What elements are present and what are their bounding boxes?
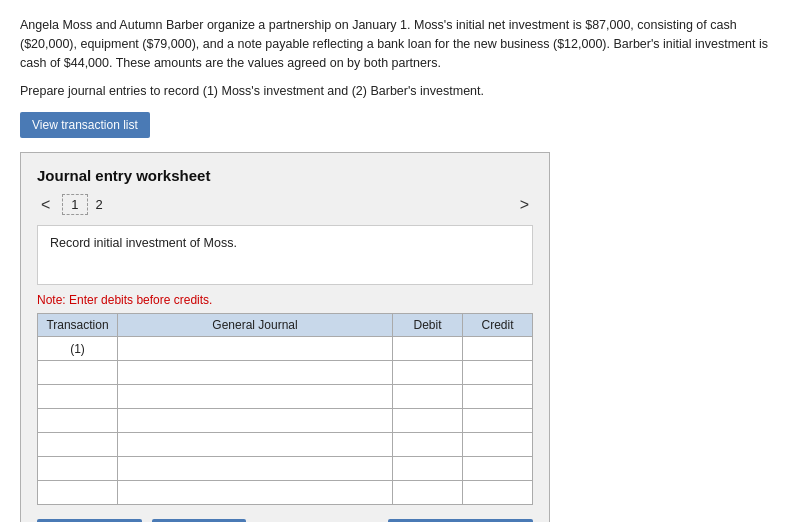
general-journal-input[interactable]	[124, 390, 386, 404]
header-credit: Credit	[463, 314, 533, 337]
note-text: Note: Enter debits before credits.	[37, 293, 533, 307]
table-row	[38, 433, 533, 457]
intro-text: Angela Moss and Autumn Barber organize a…	[20, 16, 777, 72]
prepare-text: Prepare journal entries to record (1) Mo…	[20, 84, 777, 98]
transaction-cell	[38, 457, 118, 481]
transaction-cell: (1)	[38, 337, 118, 361]
general-journal-input[interactable]	[124, 342, 386, 356]
debit-input[interactable]	[399, 486, 456, 500]
credit-cell[interactable]	[463, 457, 533, 481]
credit-cell[interactable]	[463, 409, 533, 433]
credit-input[interactable]	[469, 366, 526, 380]
general-journal-cell[interactable]	[118, 385, 393, 409]
transaction-cell	[38, 385, 118, 409]
debit-cell[interactable]	[393, 433, 463, 457]
credit-cell[interactable]	[463, 337, 533, 361]
credit-cell[interactable]	[463, 481, 533, 505]
pagination-row: < 1 2 >	[37, 194, 533, 215]
debit-input[interactable]	[399, 366, 456, 380]
journal-table: Transaction General Journal Debit Credit…	[37, 313, 533, 505]
table-row	[38, 409, 533, 433]
header-general-journal: General Journal	[118, 314, 393, 337]
table-row: (1)	[38, 337, 533, 361]
credit-input[interactable]	[469, 414, 526, 428]
general-journal-input[interactable]	[124, 462, 386, 476]
debit-input[interactable]	[399, 438, 456, 452]
next-page-button[interactable]: >	[516, 196, 533, 214]
credit-cell[interactable]	[463, 361, 533, 385]
debit-cell[interactable]	[393, 457, 463, 481]
general-journal-input[interactable]	[124, 414, 386, 428]
table-row	[38, 481, 533, 505]
prev-page-button[interactable]: <	[37, 196, 54, 214]
view-transaction-list-button[interactable]: View transaction list	[20, 112, 150, 138]
next-page-number: 2	[96, 197, 103, 212]
header-transaction: Transaction	[38, 314, 118, 337]
general-journal-input[interactable]	[124, 366, 386, 380]
general-journal-cell[interactable]	[118, 409, 393, 433]
debit-cell[interactable]	[393, 361, 463, 385]
instruction-box: Record initial investment of Moss.	[37, 225, 533, 285]
debit-cell[interactable]	[393, 337, 463, 361]
debit-input[interactable]	[399, 414, 456, 428]
instruction-text: Record initial investment of Moss.	[50, 236, 237, 250]
credit-cell[interactable]	[463, 433, 533, 457]
general-journal-input[interactable]	[124, 486, 386, 500]
general-journal-cell[interactable]	[118, 481, 393, 505]
header-debit: Debit	[393, 314, 463, 337]
journal-entry-worksheet: Journal entry worksheet < 1 2 > Record i…	[20, 152, 550, 522]
transaction-cell	[38, 361, 118, 385]
debit-cell[interactable]	[393, 385, 463, 409]
transaction-cell	[38, 481, 118, 505]
transaction-cell	[38, 409, 118, 433]
credit-input[interactable]	[469, 462, 526, 476]
table-row	[38, 361, 533, 385]
debit-input[interactable]	[399, 390, 456, 404]
worksheet-title: Journal entry worksheet	[37, 167, 533, 184]
credit-input[interactable]	[469, 438, 526, 452]
current-page: 1	[62, 194, 87, 215]
debit-input[interactable]	[399, 462, 456, 476]
general-journal-cell[interactable]	[118, 457, 393, 481]
table-row	[38, 457, 533, 481]
debit-cell[interactable]	[393, 409, 463, 433]
general-journal-cell[interactable]	[118, 337, 393, 361]
credit-input[interactable]	[469, 486, 526, 500]
general-journal-input[interactable]	[124, 438, 386, 452]
transaction-cell	[38, 433, 118, 457]
debit-cell[interactable]	[393, 481, 463, 505]
credit-input[interactable]	[469, 342, 526, 356]
general-journal-cell[interactable]	[118, 361, 393, 385]
credit-input[interactable]	[469, 390, 526, 404]
general-journal-cell[interactable]	[118, 433, 393, 457]
credit-cell[interactable]	[463, 385, 533, 409]
table-row	[38, 385, 533, 409]
debit-input[interactable]	[399, 342, 456, 356]
